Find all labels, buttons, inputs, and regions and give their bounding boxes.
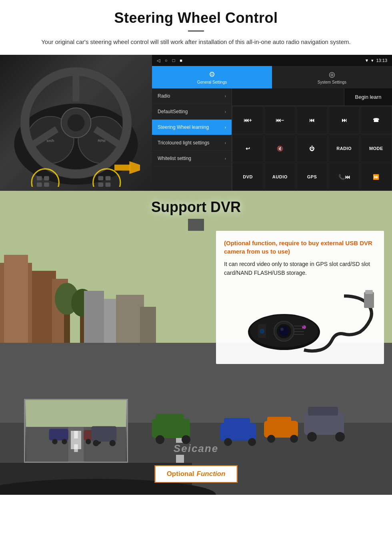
status-bar-left: ◁ ○ □ ■ [157,58,182,63]
vol-up-btn[interactable]: ⏮+ [232,106,264,134]
svg-point-54 [307,432,317,442]
steering-header: Steering Wheel Control Your original car… [0,0,392,50]
menu-item-tricoloured[interactable]: Tricoloured light settings › [152,135,232,151]
audio-btn[interactable]: AUDIO [264,163,296,191]
android-ui: ◁ ○ □ ■ ▼ ▾ 13:13 ⚙ General Settings [152,55,392,191]
svg-point-86 [86,439,91,444]
back-icon: ◁ [157,58,160,63]
svg-rect-29 [4,255,28,343]
mode-btn[interactable]: MODE [360,134,392,162]
vol-down-btn[interactable]: ⏮− [264,106,296,134]
radio-arrow-icon: › [225,94,226,98]
svg-rect-18 [44,182,49,187]
default-arrow-icon: › [225,110,226,114]
preview-screen [24,399,128,463]
left-menu: Radio › DefaultSetting › Steering Wheel … [152,88,232,191]
signal-icon: ▼ [365,58,369,63]
svg-text:RPM: RPM [98,139,106,143]
svg-rect-88 [92,426,117,442]
svg-rect-19 [98,176,103,180]
wifi-icon: ▾ [371,58,374,63]
controls-grid: ⏮+ ⏮− ⏮ ⏭ ☎ ↩ 🔇 ⏻ RADIO MODE DVD AUDIO [232,106,392,191]
call-btn[interactable]: ☎ [360,106,392,134]
steering-wheel-panel: km/h RPM [0,55,152,191]
svg-point-85 [62,439,67,444]
dvr-camera-illustration [224,284,376,356]
svg-rect-36 [84,291,104,343]
svg-rect-81 [74,444,78,452]
svg-point-90 [110,440,116,446]
svg-rect-52 [304,413,344,435]
whitelist-label: Whitelist setting [158,156,191,161]
svg-rect-39 [140,307,156,343]
title-divider [188,30,204,32]
preview-road [25,400,127,462]
svg-rect-21 [98,182,103,187]
system-icon: ◎ [329,70,335,79]
gps-btn[interactable]: GPS [296,163,328,191]
svg-marker-23 [129,161,140,174]
dvr-divider [188,219,204,231]
steering-wheel-svg: km/h RPM [12,59,140,187]
menu-item-default-setting[interactable]: DefaultSetting › [152,104,232,120]
svg-point-47 [248,438,256,446]
dvd-btn[interactable]: DVD [232,163,264,191]
power-btn[interactable]: ⏻ [296,134,328,162]
svg-rect-45 [224,418,250,426]
begin-learn-button[interactable]: Begin learn [344,88,392,106]
next-btn[interactable]: ⏭ [328,106,360,134]
svg-point-51 [290,435,298,443]
steering-subtitle: Your original car's steering wheel contr… [16,37,376,47]
steering-arrow-icon: › [225,125,226,130]
radio-label: Radio [158,93,170,99]
radio-btn[interactable]: RADIO [328,134,360,162]
svg-rect-16 [44,176,49,180]
skip-btn[interactable]: ⏩ [360,163,392,191]
menu-item-steering-wheel[interactable]: Steering Wheel learning › [152,120,232,135]
svg-rect-82 [49,429,68,440]
tab-system-label: System Settings [318,80,346,84]
tricoloured-arrow-icon: › [225,141,226,145]
dvr-camera-svg [224,284,376,356]
tricoloured-label: Tricoloured light settings [158,140,210,146]
svg-rect-53 [308,407,338,416]
prev-btn[interactable]: ⏮ [296,106,328,134]
status-bar: ◁ ○ □ ■ ▼ ▾ 13:13 [152,55,392,66]
svg-rect-57 [156,414,184,422]
status-bar-right: ▼ ▾ 13:13 [365,58,387,63]
default-setting-label: DefaultSetting [158,109,188,114]
tab-system-settings[interactable]: ◎ System Settings [272,66,392,88]
svg-rect-20 [106,176,111,180]
optional-function-button[interactable]: Optional Function [155,465,238,483]
hangup-btn[interactable]: ↩ [232,134,264,162]
menu-item-whitelist[interactable]: Whitelist setting › [152,151,232,166]
menu-icon: ■ [180,58,182,63]
call-prev-btn[interactable]: 📞⏮ [328,163,360,191]
tab-general-settings[interactable]: ⚙ General Settings [152,66,272,88]
svg-rect-62 [364,292,374,308]
preview-road-svg [25,400,127,462]
steering-title: Steering Wheel Control [16,10,376,26]
svg-rect-37 [104,299,116,343]
svg-point-12 [68,114,85,132]
svg-rect-79 [68,427,84,462]
mute-btn[interactable]: 🔇 [264,134,296,162]
svg-rect-17 [37,182,42,187]
svg-point-55 [335,432,345,442]
svg-rect-24 [114,165,131,171]
optional-label: Optional [167,470,194,478]
recents-icon: □ [172,58,175,63]
svg-rect-22 [106,182,111,187]
seicane-watermark: Seicane [174,442,218,455]
svg-point-68 [279,326,289,336]
svg-point-50 [267,435,275,443]
dvr-info-card: (Optional function, require to buy exter… [216,231,384,364]
nav-tabs: ⚙ General Settings ◎ System Settings [152,66,392,88]
svg-point-71 [260,329,264,334]
svg-point-89 [93,440,99,446]
svg-rect-77 [26,400,126,427]
steering-section: Steering Wheel Control Your original car… [0,0,392,191]
menu-item-radio[interactable]: Radio › [152,88,232,104]
dvr-title: Support DVR [0,199,392,216]
svg-rect-15 [37,176,42,180]
